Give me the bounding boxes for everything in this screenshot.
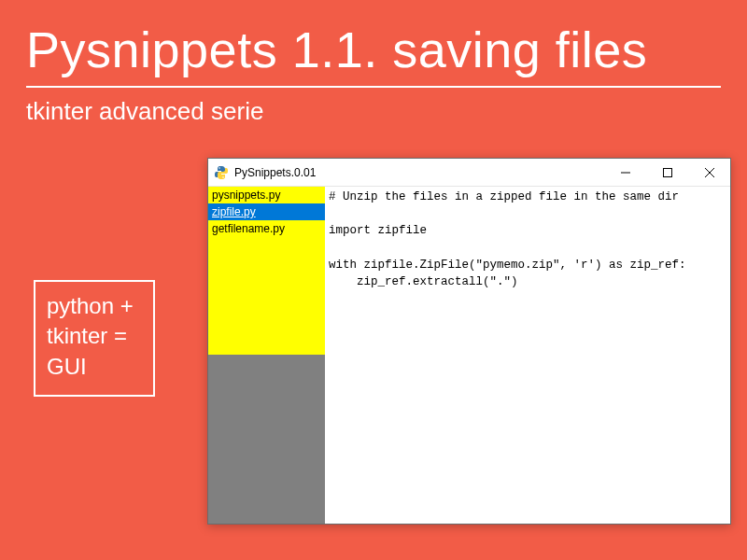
- window-title: PySnippets.0.01: [234, 166, 316, 179]
- side-caption-line: GUI: [47, 352, 142, 382]
- page-title: Pysnippets 1.1. saving files: [0, 0, 747, 78]
- file-item[interactable]: getfilename.py: [208, 220, 325, 237]
- page-subtitle: tkinter advanced serie: [0, 88, 747, 126]
- svg-rect-3: [663, 168, 671, 176]
- side-caption-line: python +: [47, 291, 142, 321]
- sidebar: pysnippets.py zipfile.py getfilename.py: [208, 187, 325, 524]
- window-titlebar[interactable]: PySnippets.0.01: [208, 159, 730, 187]
- minimize-button[interactable]: [604, 159, 646, 186]
- svg-point-1: [222, 176, 224, 178]
- window-controls: [604, 159, 730, 186]
- side-caption-box: python + tkinter = GUI: [34, 280, 155, 397]
- close-button[interactable]: [688, 159, 730, 186]
- maximize-button[interactable]: [646, 159, 688, 186]
- app-window: PySnippets.0.01 pysnippets.py zipfile.py…: [207, 158, 731, 525]
- file-list[interactable]: pysnippets.py zipfile.py getfilename.py: [208, 187, 325, 355]
- python-icon: [214, 165, 229, 180]
- client-area: pysnippets.py zipfile.py getfilename.py …: [208, 187, 730, 524]
- file-item[interactable]: zipfile.py: [208, 203, 325, 220]
- file-item[interactable]: pysnippets.py: [208, 187, 325, 203]
- code-editor[interactable]: # Unzip the files in a zipped file in th…: [325, 187, 730, 524]
- side-caption-line: tkinter =: [47, 321, 142, 351]
- svg-point-0: [218, 167, 220, 169]
